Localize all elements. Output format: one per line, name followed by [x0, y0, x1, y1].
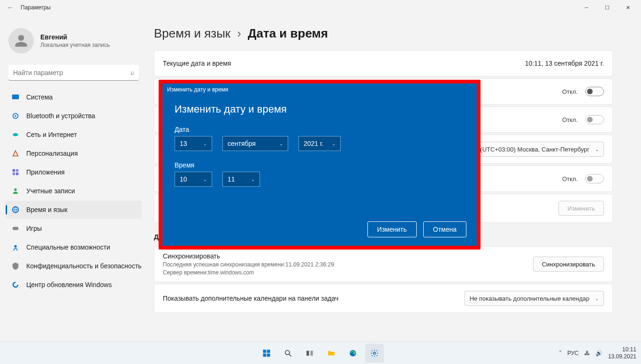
month-select[interactable]: сентября⌄ — [222, 136, 288, 151]
nav-icon — [11, 168, 20, 176]
extra-calendar-label: Показывать дополнительные календари на п… — [163, 295, 338, 302]
nav-icon — [11, 130, 20, 139]
sidebar-item-8[interactable]: Специальные возможности — [6, 238, 142, 256]
page-title: Дата и время — [248, 26, 328, 41]
task-view-icon — [305, 349, 314, 357]
auto-tz-toggle[interactable] — [585, 115, 604, 124]
breadcrumb-parent[interactable]: Время и язык — [154, 26, 230, 41]
task-view-button[interactable] — [300, 344, 319, 363]
sidebar-item-1[interactable]: Bluetooth и устройства — [6, 107, 142, 125]
edge-button[interactable] — [343, 344, 362, 363]
svg-rect-12 — [267, 349, 270, 353]
avatar — [8, 28, 34, 53]
sidebar-item-label: Время и язык — [26, 206, 68, 213]
svg-point-7 — [14, 189, 16, 191]
sidebar: Евгений Локальная учетная запись ⌕ Систе… — [0, 15, 145, 341]
search-input[interactable] — [8, 65, 139, 81]
chevron-right-icon: › — [237, 26, 241, 41]
sidebar-item-5[interactable]: Учетные записи — [6, 182, 142, 200]
person-icon — [14, 34, 28, 48]
nav: СистемаBluetooth и устройстваСеть и Инте… — [6, 88, 142, 294]
folder-icon — [327, 349, 336, 357]
tray-language[interactable]: РУС — [567, 350, 579, 356]
taskbar: ˄ РУС 🖧 🔊 10:11 13.09.2021 — [0, 341, 641, 364]
tray-network-icon[interactable]: 🖧 — [584, 350, 590, 356]
nav-icon — [11, 187, 20, 195]
time-field-label: Время — [175, 161, 465, 169]
timezone-select[interactable]: (UTC+03:00) Москва, Санкт-Петербург ⌄ — [475, 142, 604, 157]
chevron-down-icon: ⌄ — [595, 147, 599, 152]
dialog-cancel-button[interactable]: Отмена — [423, 221, 466, 237]
sidebar-item-label: Сеть и Интернет — [26, 131, 77, 138]
sidebar-item-label: Персонализация — [26, 150, 78, 157]
chevron-down-icon: ⌄ — [197, 141, 207, 146]
gear-icon — [370, 349, 379, 357]
back-button[interactable]: ← — [3, 4, 18, 11]
day-select[interactable]: 13⌄ — [175, 136, 212, 151]
nav-icon — [11, 93, 20, 101]
sidebar-item-3[interactable]: Персонализация — [6, 144, 142, 162]
taskbar-search-button[interactable] — [279, 344, 298, 363]
toggle-state-label: Откл. — [562, 88, 578, 95]
current-datetime-value: 10:11, 13 сентября 2021 г. — [525, 60, 604, 67]
sidebar-item-label: Система — [26, 93, 53, 101]
nav-icon — [11, 149, 20, 158]
system-tray: ˄ РУС 🖧 🔊 10:11 13.09.2021 — [559, 346, 641, 360]
svg-rect-0 — [12, 95, 19, 99]
svg-line-16 — [289, 354, 291, 356]
svg-rect-11 — [263, 349, 267, 353]
sidebar-item-label: Приложения — [26, 168, 65, 176]
dst-toggle[interactable] — [585, 174, 604, 183]
toggle-state-label: Откл. — [562, 116, 578, 123]
hour-select[interactable]: 10⌄ — [175, 172, 212, 187]
timezone-value: (UTC+03:00) Москва, Санкт-Петербург — [480, 146, 589, 153]
search-icon — [284, 349, 292, 357]
explorer-button[interactable] — [322, 344, 341, 363]
sidebar-item-2[interactable]: Сеть и Интернет — [6, 126, 142, 144]
search-box[interactable]: ⌕ — [8, 65, 139, 81]
nav-icon — [11, 205, 20, 214]
tray-volume-icon[interactable]: 🔊 — [595, 350, 603, 356]
auto-time-toggle[interactable] — [585, 87, 604, 96]
user-subtitle: Локальная учетная запись — [40, 42, 110, 48]
sidebar-item-label: Специальные возможности — [26, 243, 110, 251]
change-datetime-dialog: Изменить дату и время Изменить дату и вр… — [162, 83, 477, 246]
dialog-change-button[interactable]: Изменить — [367, 221, 417, 237]
svg-rect-18 — [311, 350, 313, 356]
settings-button[interactable] — [365, 344, 384, 363]
sidebar-item-0[interactable]: Система — [6, 88, 142, 106]
date-field-label: Дата — [175, 126, 465, 133]
sidebar-item-10[interactable]: Центр обновления Windows — [6, 276, 142, 294]
breadcrumb: Время и язык › Дата и время — [154, 26, 630, 41]
maximize-button[interactable]: ☐ — [597, 1, 618, 14]
svg-point-2 — [15, 115, 16, 117]
tray-chevron-up-icon[interactable]: ˄ — [559, 350, 562, 356]
nav-icon — [11, 243, 20, 251]
year-select[interactable]: 2021 г.⌄ — [298, 136, 341, 151]
minute-select[interactable]: 11⌄ — [222, 172, 260, 187]
window-title: Параметры — [21, 4, 51, 11]
profile[interactable]: Евгений Локальная учетная запись — [6, 20, 142, 62]
nav-icon — [11, 112, 20, 120]
svg-rect-13 — [263, 353, 267, 356]
nav-icon — [11, 281, 20, 289]
sidebar-item-7[interactable]: Игры — [6, 220, 142, 237]
close-button[interactable]: ✕ — [618, 1, 638, 14]
sync-card: Синхронизировать Последняя успешная синх… — [154, 246, 613, 282]
sidebar-item-label: Учетные записи — [26, 187, 75, 195]
sidebar-item-label: Центр обновления Windows — [26, 281, 112, 288]
toggle-state-label: Откл. — [562, 175, 578, 182]
search-icon: ⌕ — [130, 68, 134, 76]
svg-point-20 — [374, 352, 376, 354]
chevron-down-icon: ⌄ — [595, 296, 599, 301]
extra-calendar-select[interactable]: Не показывать дополнительные календар ⌄ — [465, 291, 604, 306]
current-datetime-label: Текущие дата и время — [163, 60, 231, 67]
sidebar-item-9[interactable]: Конфиденциальность и безопасность — [6, 257, 142, 275]
minimize-button[interactable]: ─ — [576, 1, 597, 14]
tray-clock[interactable]: 10:11 13.09.2021 — [608, 346, 636, 360]
start-button[interactable] — [257, 344, 276, 363]
change-datetime-button[interactable]: Изменить — [558, 201, 604, 216]
sidebar-item-6[interactable]: Время и язык — [6, 201, 142, 219]
sidebar-item-4[interactable]: Приложения — [6, 163, 142, 181]
sync-now-button[interactable]: Синхронизировать — [533, 257, 604, 272]
